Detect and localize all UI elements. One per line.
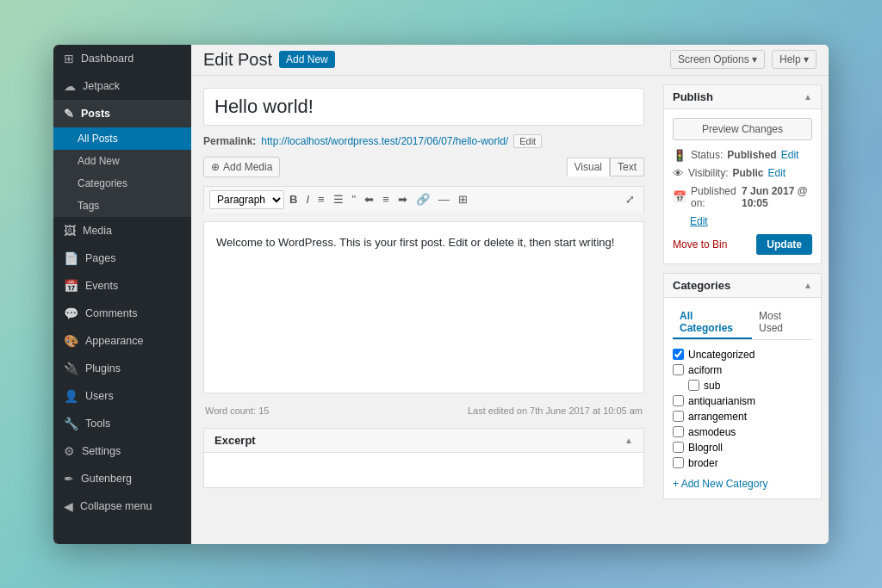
status-icon: 🚦: [673, 149, 686, 162]
add-media-button[interactable]: ⊕ Add Media: [203, 157, 280, 177]
sidebar-item-tools[interactable]: 🔧 Tools: [53, 410, 191, 437]
media-upload-icon: ⊕: [211, 161, 220, 173]
visibility-edit-link[interactable]: Edit: [767, 167, 786, 179]
blockquote-button[interactable]: ": [349, 192, 360, 207]
sidebar-item-plugins[interactable]: 🔌 Plugins: [53, 355, 191, 382]
most-used-tab[interactable]: Most Used: [752, 306, 812, 339]
category-checkbox-6[interactable]: [673, 442, 684, 453]
visual-tab[interactable]: Visual: [567, 158, 610, 176]
category-checkbox-7[interactable]: [673, 457, 684, 468]
unordered-list-button[interactable]: ≡: [314, 192, 328, 207]
bold-button[interactable]: B: [286, 192, 301, 207]
sidebar-item-label: Settings: [82, 445, 121, 457]
category-label: broder: [688, 457, 718, 469]
preview-changes-button[interactable]: Preview Changes: [673, 118, 812, 140]
categories-panel-body: All Categories Most Used Uncategorizedac…: [664, 298, 821, 498]
published-edit-link[interactable]: Edit: [690, 215, 708, 227]
align-right-button[interactable]: ➡: [394, 192, 411, 207]
category-label: asmodeus: [688, 426, 736, 438]
appearance-icon: 🎨: [64, 334, 78, 348]
visibility-value: Public: [732, 167, 763, 179]
sidebar-item-add-new[interactable]: Add New: [53, 150, 191, 172]
sidebar-item-label: Tools: [85, 418, 110, 430]
tags-label: Tags: [78, 200, 99, 212]
sidebar-item-label: Collapse menu: [80, 500, 152, 512]
category-checkbox-2[interactable]: [688, 380, 699, 391]
last-edited: Last edited on 7th June 2017 at 10:05 am: [468, 405, 643, 416]
list-item: Blogroll: [673, 440, 812, 455]
sidebar-item-label: Dashboard: [81, 53, 134, 65]
publish-panel-body: Preview Changes 🚦 Status: Published Edit…: [664, 109, 821, 263]
sidebar-item-tags[interactable]: Tags: [53, 195, 191, 217]
editor-body[interactable]: Welcome to WordPress. This is your first…: [203, 221, 644, 393]
insert-more-button[interactable]: —: [435, 192, 453, 207]
list-item: asmodeus: [673, 424, 812, 440]
move-to-bin-link[interactable]: Move to Bin: [673, 238, 727, 251]
word-count: Word count: 15: [205, 405, 269, 416]
category-checkbox-1[interactable]: [673, 364, 684, 375]
sidebar-item-dashboard[interactable]: ⊞ Dashboard: [53, 45, 191, 72]
excerpt-header[interactable]: Excerpt ▲: [204, 429, 643, 453]
paragraph-select[interactable]: Paragraph: [209, 190, 284, 209]
help-button[interactable]: Help ▾: [772, 50, 817, 69]
sidebar-item-gutenberg[interactable]: ✒ Gutenberg: [53, 465, 191, 492]
update-button[interactable]: Update: [756, 234, 812, 255]
publish-panel-header[interactable]: Publish ▲: [664, 85, 821, 109]
comments-icon: 💬: [64, 306, 78, 320]
sidebar-item-users[interactable]: 👤 Users: [53, 382, 191, 410]
list-item: arrangement: [673, 409, 812, 424]
list-item: broder: [673, 455, 812, 471]
editor-area: Permalink: http://localhost/wordpress.te…: [191, 76, 829, 544]
category-checkbox-5[interactable]: [673, 426, 684, 437]
toolbar-toggle-button[interactable]: ⊞: [455, 192, 471, 207]
permalink-link[interactable]: http://localhost/wordpress.test/2017/06/…: [261, 135, 508, 147]
all-posts-label: All Posts: [78, 133, 118, 145]
categories-panel-header[interactable]: Categories ▲: [664, 274, 821, 298]
dashboard-icon: ⊞: [64, 52, 74, 65]
all-categories-tab[interactable]: All Categories: [673, 306, 752, 339]
status-edit-link[interactable]: Edit: [781, 149, 799, 161]
add-new-button[interactable]: Add New: [279, 51, 335, 68]
sidebar-item-settings[interactable]: ⚙ Settings: [53, 437, 191, 465]
add-new-category-link[interactable]: + Add New Category: [673, 478, 812, 490]
visual-text-tabs: Visual Text: [567, 158, 644, 176]
category-checkbox-3[interactable]: [673, 395, 684, 406]
settings-icon: ⚙: [64, 444, 75, 458]
category-label: antiquarianism: [688, 395, 755, 407]
sidebar-item-appearance[interactable]: 🎨 Appearance: [53, 327, 191, 355]
post-title-input[interactable]: [203, 88, 644, 126]
text-tab[interactable]: Text: [610, 158, 644, 176]
sidebar-item-all-posts[interactable]: All Posts: [53, 127, 191, 150]
link-button[interactable]: 🔗: [413, 192, 433, 207]
sidebar-item-jetpack[interactable]: ☁ Jetpack: [53, 72, 191, 100]
published-label: Published on:: [691, 185, 737, 209]
add-new-label: Add New: [78, 155, 120, 167]
category-checkbox-4[interactable]: [673, 411, 684, 422]
italic-button[interactable]: I: [302, 192, 313, 207]
sidebar-item-media[interactable]: 🖼 Media: [53, 217, 191, 244]
sidebar-item-categories[interactable]: Categories: [53, 172, 191, 195]
ordered-list-button[interactable]: ☰: [330, 192, 347, 207]
tools-icon: 🔧: [64, 417, 78, 430]
editor-sidebar: Publish ▲ Preview Changes 🚦 Status: Publ…: [656, 76, 829, 544]
permalink-edit-button[interactable]: Edit: [513, 134, 542, 148]
screen-options-button[interactable]: Screen Options ▾: [670, 50, 765, 69]
status-row: 🚦 Status: Published Edit: [673, 149, 812, 162]
category-checkbox-0[interactable]: [673, 349, 684, 360]
sidebar-item-label: Jetpack: [83, 80, 120, 92]
sidebar-item-comments[interactable]: 💬 Comments: [53, 300, 191, 327]
category-label: arrangement: [688, 411, 747, 423]
sidebar-item-posts[interactable]: ✎ Posts: [53, 100, 191, 127]
align-center-button[interactable]: ≡: [379, 192, 393, 207]
top-bar: Edit Post Add New Screen Options ▾ Help …: [191, 45, 829, 76]
permalink-row: Permalink: http://localhost/wordpress.te…: [203, 134, 644, 148]
fullscreen-button[interactable]: ⤢: [622, 192, 638, 207]
sidebar-item-label: Appearance: [85, 335, 143, 347]
sidebar-item-events[interactable]: 📅 Events: [53, 272, 191, 300]
posts-submenu: All Posts Add New Categories Tags: [53, 127, 191, 217]
align-left-button[interactable]: ⬅: [361, 192, 377, 207]
sidebar-item-pages[interactable]: 📄 Pages: [53, 244, 191, 272]
sidebar-item-collapse[interactable]: ◀ Collapse menu: [53, 492, 191, 520]
excerpt-body[interactable]: [204, 453, 643, 487]
editor-toolbar-top: ⊕ Add Media Visual Text: [203, 157, 644, 177]
